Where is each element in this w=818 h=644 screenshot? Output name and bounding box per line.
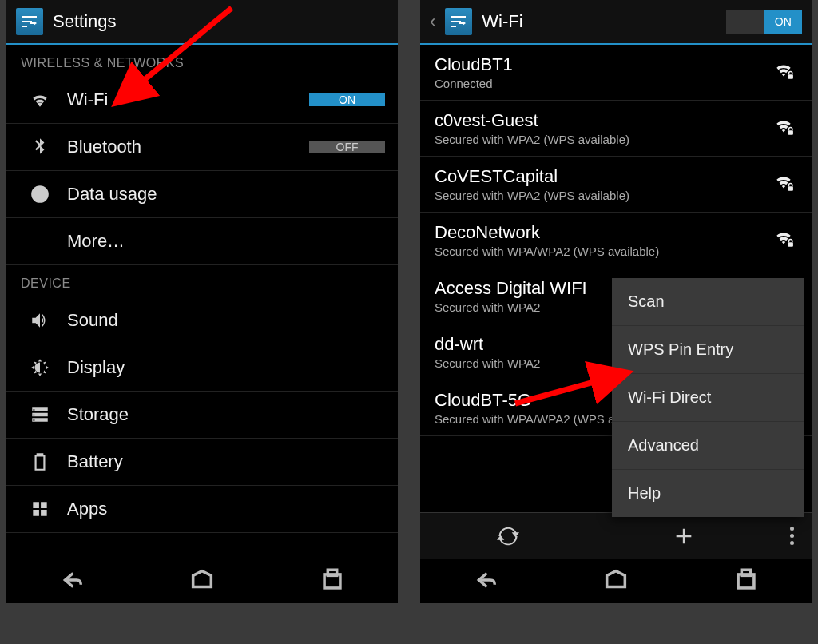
section-device: DEVICE [6, 265, 398, 297]
label: Battery [67, 451, 385, 472]
network-status: Secured with WPA2 (WPS available) [435, 133, 773, 146]
menu-advanced[interactable]: Advanced [612, 422, 804, 470]
refresh-button[interactable] [420, 513, 596, 559]
data-usage-icon [29, 184, 51, 205]
menu-scan[interactable]: Scan [612, 278, 804, 326]
network-status: Secured with WPA2 (WPS available) [435, 189, 773, 202]
network-ssid: CoVESTCapital [435, 166, 773, 187]
nav-home-button[interactable] [189, 566, 216, 597]
settings-item-storage[interactable]: Storage [6, 392, 398, 439]
settings-app-icon [16, 8, 43, 35]
action-bar [420, 512, 812, 559]
toggle-off: OFF [309, 141, 385, 153]
header: Settings [6, 0, 398, 45]
bluetooth-icon [29, 137, 51, 157]
network-item[interactable]: CloudBT1Connected [420, 45, 812, 101]
settings-item-display[interactable]: Display [6, 344, 398, 392]
settings-app-icon [445, 8, 472, 35]
menu-wifi-direct[interactable]: Wi-Fi Direct [612, 374, 804, 422]
label: Display [67, 357, 385, 378]
label: Wi-Fi [67, 89, 293, 110]
settings-item-wifi[interactable]: Wi-Fi ON [6, 77, 398, 124]
settings-item-bluetooth[interactable]: Bluetooth OFF [6, 124, 398, 171]
network-item[interactable]: CoVESTCapitalSecured with WPA2 (WPS avai… [420, 157, 812, 213]
section-wireless-networks: WIRELESS & NETWORKS [6, 45, 398, 77]
nav-recent-button[interactable] [733, 566, 760, 597]
nav-bar [420, 559, 812, 603]
toggle-off [726, 10, 764, 34]
label: Storage [67, 404, 385, 425]
menu-wps-pin[interactable]: WPS Pin Entry [612, 326, 804, 374]
apps-icon [29, 499, 51, 519]
sound-icon [29, 310, 51, 331]
network-item[interactable]: c0vest-GuestSecured with WPA2 (WPS avail… [420, 101, 812, 157]
wifi-toggle[interactable]: ON [309, 93, 385, 106]
network-ssid: c0vest-Guest [435, 110, 773, 131]
overflow-menu: Scan WPS Pin Entry Wi-Fi Direct Advanced… [612, 278, 804, 517]
settings-item-sound[interactable]: Sound [6, 297, 398, 344]
label: More… [67, 231, 385, 252]
menu-help[interactable]: Help [612, 470, 804, 517]
overflow-button[interactable] [772, 513, 812, 559]
add-network-button[interactable] [596, 513, 772, 559]
settings-item-more[interactable]: More… [6, 218, 398, 265]
display-icon [29, 357, 51, 378]
header: ‹ Wi-Fi ON [420, 0, 812, 45]
wifi-signal-icon [773, 61, 797, 85]
toggle-on: ON [309, 93, 385, 106]
page-title: Settings [53, 11, 388, 32]
bluetooth-toggle[interactable]: OFF [309, 141, 385, 153]
wifi-master-toggle[interactable]: ON [726, 10, 802, 34]
battery-icon [29, 451, 51, 472]
network-item[interactable]: DecoNetworkSecured with WPA/WPA2 (WPS av… [420, 213, 812, 268]
wifi-screen: ‹ Wi-Fi ON CloudBT1Connectedc0vest-Guest… [420, 0, 812, 603]
settings-item-battery[interactable]: Battery [6, 439, 398, 486]
label: Sound [67, 310, 385, 331]
back-caret-icon[interactable]: ‹ [430, 11, 435, 32]
network-ssid: DecoNetwork [435, 222, 773, 243]
nav-recent-button[interactable] [319, 566, 346, 597]
page-title: Wi-Fi [482, 11, 717, 32]
label: Apps [67, 499, 385, 519]
label: Bluetooth [67, 137, 293, 157]
toggle-on: ON [764, 10, 803, 34]
nav-back-button[interactable] [472, 566, 499, 597]
wifi-icon [29, 89, 51, 110]
wifi-signal-icon [773, 173, 797, 197]
nav-home-button[interactable] [602, 566, 629, 597]
nav-back-button[interactable] [58, 566, 85, 597]
storage-icon [29, 404, 51, 425]
label: Data usage [67, 184, 385, 205]
wifi-signal-icon [773, 229, 797, 252]
network-status: Connected [435, 77, 773, 90]
nav-bar [6, 559, 398, 603]
settings-item-data-usage[interactable]: Data usage [6, 171, 398, 218]
settings-screen: Settings WIRELESS & NETWORKS Wi-Fi ON Bl… [6, 0, 398, 603]
network-ssid: CloudBT1 [435, 54, 773, 75]
wifi-signal-icon [773, 117, 797, 141]
network-status: Secured with WPA/WPA2 (WPS available) [435, 244, 773, 258]
settings-item-apps[interactable]: Apps [6, 486, 398, 533]
